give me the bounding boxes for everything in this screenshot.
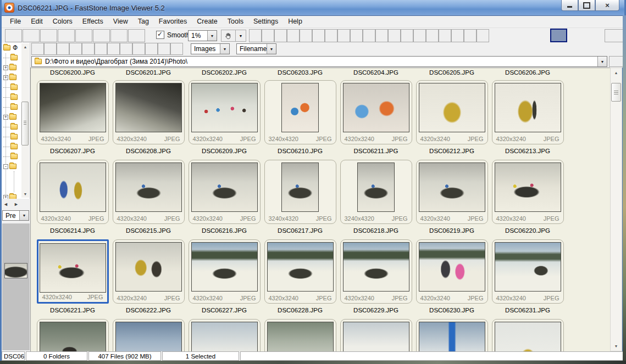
thumbnail-cell[interactable]: 4320x3240JPEGDSC06209.JPG — [186, 80, 262, 158]
scroll-right-icon[interactable]: ► — [14, 201, 19, 207]
zoom-combobox[interactable]: 1% ▼ — [188, 30, 217, 41]
thumbnail-cell[interactable]: 4320x3240JPEGDSC06213.JPG — [490, 80, 566, 158]
toolbar-button[interactable] — [57, 43, 69, 55]
browser-scrollbar-thumb[interactable] — [611, 83, 621, 102]
menu-item-tag[interactable]: Tag — [133, 16, 154, 26]
toolbar-button[interactable] — [312, 29, 325, 42]
tree-expander-plus[interactable]: + — [3, 115, 8, 120]
menu-item-colors[interactable]: Colors — [48, 16, 77, 26]
menu-item-favorites[interactable]: Favorites — [154, 16, 192, 26]
toolbar-button[interactable] — [605, 29, 623, 42]
toolbar-button[interactable] — [439, 29, 451, 42]
thumbnail-cell[interactable] — [414, 319, 490, 351]
toolbar-button[interactable] — [110, 29, 128, 42]
thumbnail-cell[interactable]: 4320x3240JPEGDSC06211.JPG — [338, 80, 414, 158]
toolbar-button[interactable] — [388, 29, 401, 42]
tree-scrollbar-thumb[interactable] — [21, 102, 29, 145]
toolbar-button[interactable] — [401, 29, 413, 42]
toolbar-button[interactable] — [287, 29, 300, 42]
toolbar-button[interactable] — [75, 29, 92, 42]
thumbnail-cell[interactable] — [262, 319, 338, 351]
toolbar-button[interactable] — [300, 29, 312, 42]
menu-item-file[interactable]: File — [5, 16, 26, 26]
thumbnail-cell[interactable] — [35, 319, 110, 351]
thumbnail-cell[interactable]: 4320x3240JPEGDSC06208.JPG — [110, 80, 186, 158]
thumbnail-cell[interactable]: 4320x3240JPEGDSC06214.JPG — [35, 160, 110, 238]
thumbnail-cell[interactable] — [338, 319, 414, 351]
toolbar-button[interactable] — [82, 43, 95, 55]
toolbar-button[interactable] — [375, 29, 388, 42]
toolbar-button[interactable] — [128, 29, 145, 42]
toolbar-button[interactable] — [350, 29, 363, 42]
thumbnail-cell[interactable]: 4320x3240JPEGDSC06216.JPG — [186, 160, 262, 238]
close-button[interactable]: × — [595, 0, 619, 11]
toolbar-button[interactable] — [477, 29, 489, 42]
thumbnail-cell[interactable]: 4320x3240JPEGDSC06215.JPG — [110, 160, 186, 238]
menu-item-effects[interactable]: Effects — [77, 16, 108, 26]
thumbnail-cell[interactable]: 4320x3240JPEGDSC06221.JPG — [35, 239, 110, 317]
thumbnail-cell[interactable]: 4320x3240JPEGDSC06220.JPG — [490, 160, 566, 238]
thumbnail-cell[interactable]: 4320x3240JPEGDSC06228.JPG — [262, 239, 338, 317]
preview-dropdown-button[interactable]: ▼ — [19, 211, 29, 220]
path-combobox[interactable]: D:\Фото и видео\Драгобрат (Зима 2014)\Ph… — [31, 56, 607, 67]
toolbar-button[interactable] — [249, 29, 262, 42]
thumbnail-cell[interactable]: 3240x4320JPEGDSC06217.JPG — [262, 160, 338, 238]
filter-dropdown-button[interactable]: ▼ — [220, 44, 229, 54]
thumbnail-cell[interactable]: 4320x3240JPEGDSC06231.JPG — [490, 239, 566, 317]
maximize-button[interactable] — [578, 0, 595, 11]
path-dropdown-button[interactable]: ▼ — [597, 57, 607, 66]
thumbnail-cell[interactable]: 3240x4320JPEGDSC06218.JPG — [338, 160, 414, 238]
toolbar-button[interactable] — [132, 43, 145, 55]
scroll-up-icon[interactable]: ▲ — [21, 43, 29, 51]
menu-item-tools[interactable]: Tools — [223, 16, 248, 26]
tree-expander-plus[interactable]: + — [3, 75, 8, 80]
toolbar-button[interactable] — [145, 43, 158, 55]
toolbar-button[interactable] — [31, 43, 44, 55]
background-color-swatch-button[interactable] — [550, 29, 567, 42]
minimize-button[interactable] — [561, 0, 578, 11]
toolbar-button[interactable] — [69, 43, 82, 55]
menu-item-create[interactable]: Create — [192, 16, 223, 26]
scroll-up-icon[interactable]: ▲ — [611, 69, 622, 77]
thumbnail-cell[interactable]: 4320x3240JPEGDSC06227.JPG — [186, 239, 262, 317]
menu-item-help[interactable]: Help — [283, 16, 307, 26]
toolbar-button[interactable] — [120, 43, 132, 55]
toolbar-button[interactable] — [325, 29, 337, 42]
zoom-dropdown-button[interactable]: ▼ — [207, 31, 217, 41]
toolbar-button[interactable] — [274, 29, 287, 42]
tree-expander-plus[interactable]: + — [3, 65, 8, 70]
toolbar-button[interactable] — [363, 29, 375, 42]
scroll-left-icon[interactable]: ◄ — [3, 201, 8, 207]
preview-mode-combobox[interactable]: Pre ▼ — [2, 210, 29, 221]
toolbar-button[interactable] — [44, 43, 57, 55]
menu-item-edit[interactable]: Edit — [26, 16, 48, 26]
preview-thumbnail[interactable] — [4, 263, 27, 278]
menu-item-view[interactable]: View — [108, 16, 133, 26]
toolbar-button[interactable] — [464, 29, 477, 42]
toolbar-button[interactable] — [170, 43, 183, 55]
tree-expander-minus[interactable]: - — [3, 164, 8, 169]
smooth-checkbox[interactable] — [156, 31, 164, 39]
thumbnail-cell[interactable]: 4320x3240JPEGDSC06212.JPG — [414, 80, 490, 158]
tree-expander-plus[interactable]: + — [3, 195, 8, 199]
toolbar-button[interactable] — [107, 43, 120, 55]
toolbar-button[interactable] — [95, 43, 107, 55]
toolbar-button[interactable] — [413, 29, 426, 42]
toolbar-button[interactable] — [93, 29, 110, 42]
sort-dropdown-button[interactable]: ▼ — [267, 44, 276, 54]
thumbnail-cell[interactable]: 4320x3240JPEGDSC06207.JPG — [35, 80, 110, 158]
scroll-down-icon[interactable]: ▼ — [611, 342, 622, 350]
file-filter-combobox[interactable]: Images ▼ — [191, 43, 230, 54]
thumbnail-cell[interactable] — [186, 319, 262, 351]
toolbar-button[interactable] — [426, 29, 439, 42]
thumbnail-cell[interactable]: 4320x3240JPEGDSC06230.JPG — [414, 239, 490, 317]
toolbar-button[interactable] — [40, 29, 57, 42]
toolbar-button[interactable] — [58, 29, 75, 42]
toolbar-button[interactable] — [262, 29, 274, 42]
thumbnail-cell[interactable]: 4320x3240JPEGDSC06229.JPG — [338, 239, 414, 317]
toolbar-button[interactable] — [158, 43, 170, 55]
thumbnail-cell[interactable]: 4320x3240JPEGDSC06219.JPG — [414, 160, 490, 238]
hand-tool-dropdown-button[interactable]: ▼ — [236, 30, 246, 42]
thumbnail-cell[interactable] — [110, 319, 186, 351]
thumbnail-cell[interactable] — [490, 319, 566, 351]
